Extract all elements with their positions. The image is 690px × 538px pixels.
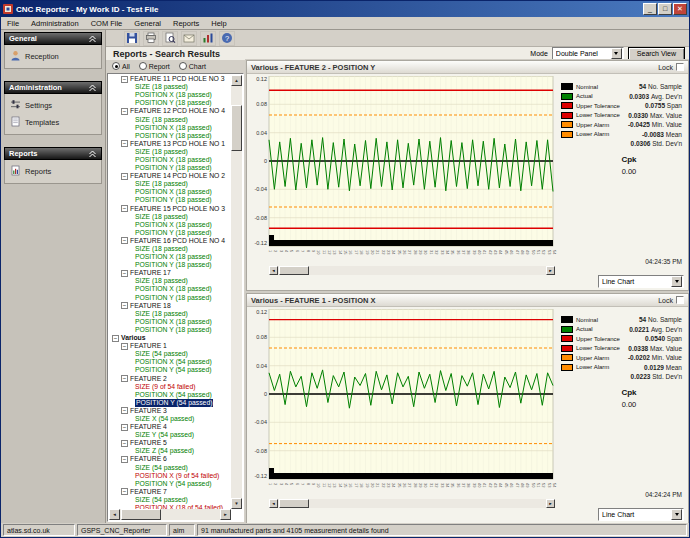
tree-item-feature-11-pcd-hole-no-3[interactable]: −FEATURE 11 PCD HOLE NO 3 <box>109 75 231 83</box>
tree-horizontal-scrollbar[interactable]: ◄ ► <box>109 509 231 520</box>
collapse-icon[interactable]: − <box>121 375 128 382</box>
collapse-icon[interactable]: − <box>121 205 128 212</box>
print-icon[interactable] <box>143 31 159 46</box>
collapse-icon[interactable]: − <box>121 237 128 244</box>
tree-item-size-18-passed[interactable]: SIZE (18 passed) <box>109 115 231 123</box>
menu-administration[interactable]: Administration <box>25 18 85 29</box>
collapse-icon[interactable]: − <box>121 302 128 309</box>
tree-item-position-x-18-passed[interactable]: POSITION X (18 passed) <box>109 285 231 293</box>
tree-item-various[interactable]: −Various <box>109 334 231 342</box>
maximize-button[interactable]: □ <box>658 3 672 15</box>
tree-item-position-x-18-passed[interactable]: POSITION X (18 passed) <box>109 91 231 99</box>
scroll-right-icon[interactable]: ► <box>546 499 555 508</box>
tree-item-position-y-18-passed[interactable]: POSITION Y (18 passed) <box>109 294 231 302</box>
mode-dropdown-arrow-icon[interactable] <box>611 48 622 59</box>
scroll-left-icon[interactable]: ◄ <box>269 499 278 508</box>
scrollbar-thumb[interactable] <box>121 509 161 520</box>
tree-item-position-y-18-passed[interactable]: POSITION Y (18 passed) <box>109 261 231 269</box>
menu-com-file[interactable]: COM File <box>85 18 129 29</box>
minimize-button[interactable]: _ <box>643 3 657 15</box>
tree-item-size-54-passed[interactable]: SIZE (54 passed) <box>109 464 231 472</box>
tree-item-position-x-54-passed[interactable]: POSITION X (54 passed) <box>109 358 231 366</box>
tree-item-position-y-18-passed[interactable]: POSITION Y (18 passed) <box>109 164 231 172</box>
menu-help[interactable]: Help <box>205 18 232 29</box>
tree-item-feature-14-pcd-hole-no-2[interactable]: −FEATURE 14 PCD HOLE NO 2 <box>109 172 231 180</box>
sidebar-item-templates[interactable]: Templates <box>7 114 99 131</box>
collapse-icon[interactable]: − <box>121 140 128 147</box>
tree-vertical-scrollbar[interactable]: ▲ ▼ <box>231 75 242 509</box>
tree-item-feature-6[interactable]: −FEATURE 6 <box>109 455 231 463</box>
tree-item-size-18-passed[interactable]: SIZE (18 passed) <box>109 213 231 221</box>
tree-item-size-z-54-passed[interactable]: SIZE Z (54 passed) <box>109 447 231 455</box>
tree-item-position-x-18-passed[interactable]: POSITION X (18 passed) <box>109 188 231 196</box>
save-icon[interactable] <box>124 31 140 46</box>
tree-item-position-y-18-passed[interactable]: POSITION Y (18 passed) <box>109 196 231 204</box>
radio-all[interactable]: All <box>112 62 130 70</box>
scrollbar-thumb[interactable] <box>279 499 309 508</box>
tree-item-feature-13-pcd-hole-no-1[interactable]: −FEATURE 13 PCD HOLE NO 1 <box>109 140 231 148</box>
scroll-right-icon[interactable]: ► <box>546 266 555 275</box>
collapse-icon[interactable]: − <box>112 335 119 342</box>
tree-item-feature-1[interactable]: −FEATURE 1 <box>109 342 231 350</box>
tree-item-size-54-passed[interactable]: SIZE (54 passed) <box>109 496 231 504</box>
tree-item-size-18-passed[interactable]: SIZE (18 passed) <box>109 180 231 188</box>
tree-item-position-y-54-passed[interactable]: POSITION Y (54 passed) <box>109 480 231 488</box>
scroll-down-icon[interactable]: ▼ <box>231 498 242 509</box>
tree-item-position-x-18-passed[interactable]: POSITION X (18 passed) <box>109 221 231 229</box>
tree-item-feature-17[interactable]: −FEATURE 17 <box>109 269 231 277</box>
tree-item-position-y-54-passed[interactable]: POSITION Y (54 passed) <box>109 399 231 407</box>
tree-item-feature-16-pcd-hole-no-4[interactable]: −FEATURE 16 PCD HOLE NO 4 <box>109 237 231 245</box>
close-button[interactable]: ✕ <box>673 3 687 15</box>
tree-item-position-y-18-passed[interactable]: POSITION Y (18 passed) <box>109 99 231 107</box>
scroll-left-icon[interactable]: ◄ <box>109 509 120 520</box>
sidebar-group-header-reports[interactable]: Reports <box>4 147 102 160</box>
menu-reports[interactable]: Reports <box>167 18 205 29</box>
tree-item-position-y-18-passed[interactable]: POSITION Y (18 passed) <box>109 229 231 237</box>
collapse-icon[interactable]: − <box>121 76 128 83</box>
tree-item-size-9-of-54-failed[interactable]: SIZE (9 of 54 failed) <box>109 383 231 391</box>
scroll-right-icon[interactable]: ► <box>220 509 231 520</box>
radio-button-icon[interactable] <box>139 62 147 70</box>
chart-horizontal-scrollbar[interactable]: ◄ ► <box>269 266 555 275</box>
tree-item-feature-2[interactable]: −FEATURE 2 <box>109 374 231 382</box>
tree-item-position-y-54-passed[interactable]: POSITION Y (54 passed) <box>109 366 231 374</box>
radio-chart[interactable]: Chart <box>179 62 206 70</box>
tree-item-position-x-18-passed[interactable]: POSITION X (18 passed) <box>109 124 231 132</box>
chart-icon[interactable] <box>200 31 216 46</box>
tree-item-position-x-18-passed[interactable]: POSITION X (18 passed) <box>109 318 231 326</box>
tree-item-position-x-18-passed[interactable]: POSITION X (18 passed) <box>109 253 231 261</box>
sidebar-item-settings[interactable]: Settings <box>7 97 99 114</box>
scroll-up-icon[interactable]: ▲ <box>231 75 242 86</box>
scrollbar-thumb[interactable] <box>231 105 242 151</box>
tree-item-feature-3[interactable]: −FEATURE 3 <box>109 407 231 415</box>
collapse-icon[interactable]: − <box>121 270 128 277</box>
sidebar-item-reception[interactable]: Reception <box>7 48 99 65</box>
radio-button-icon[interactable] <box>179 62 187 70</box>
chart-type-select[interactable]: Line Chart <box>598 275 684 288</box>
chart-type-dropdown-arrow-icon[interactable] <box>671 276 682 287</box>
tree-item-size-54-passed[interactable]: SIZE (54 passed) <box>109 350 231 358</box>
collapse-icon[interactable]: − <box>121 424 128 431</box>
help-icon[interactable]: ? <box>219 31 235 46</box>
menu-file[interactable]: File <box>1 18 25 29</box>
collapse-icon[interactable]: − <box>121 343 128 350</box>
tree-item-feature-5[interactable]: −FEATURE 5 <box>109 439 231 447</box>
collapse-icon[interactable]: − <box>121 173 128 180</box>
collapse-icon[interactable]: − <box>121 456 128 463</box>
collapse-icon[interactable]: − <box>121 488 128 495</box>
sidebar-item-reports[interactable]: Reports <box>7 163 99 180</box>
tree-item-position-y-18-passed[interactable]: POSITION Y (18 passed) <box>109 132 231 140</box>
tree-item-size-18-passed[interactable]: SIZE (18 passed) <box>109 245 231 253</box>
tree-item-position-y-18-passed[interactable]: POSITION Y (18 passed) <box>109 326 231 334</box>
tree-item-position-x-54-passed[interactable]: POSITION X (54 passed) <box>109 391 231 399</box>
radio-button-icon[interactable] <box>112 62 120 70</box>
tree-item-feature-15-pcd-hole-no-3[interactable]: −FEATURE 15 PCD HOLE NO 3 <box>109 205 231 213</box>
tree-item-position-x-9-of-54-failed[interactable]: POSITION X (9 of 54 failed) <box>109 472 231 480</box>
lock-checkbox[interactable] <box>676 63 684 71</box>
chart-type-dropdown-arrow-icon[interactable] <box>671 509 682 520</box>
tree-item-feature-18[interactable]: −FEATURE 18 <box>109 302 231 310</box>
sidebar-group-header-general[interactable]: General <box>4 32 102 45</box>
collapse-icon[interactable]: − <box>121 440 128 447</box>
export-icon[interactable] <box>181 31 197 46</box>
tree-item-size-y-54-passed[interactable]: SIZE Y (54 passed) <box>109 431 231 439</box>
